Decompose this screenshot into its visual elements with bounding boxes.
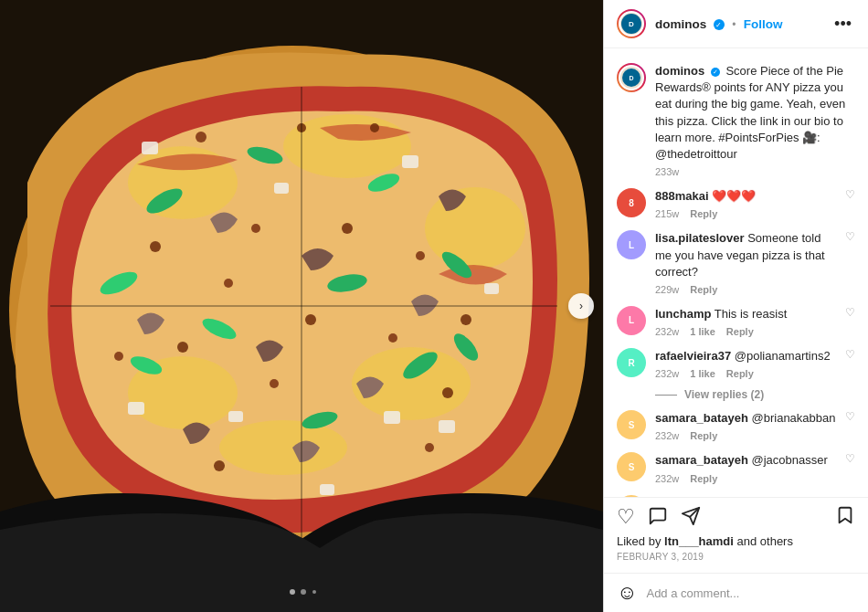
- comment-username[interactable]: lisa.pilateslover: [655, 231, 745, 245]
- svg-rect-19: [142, 142, 158, 154]
- comment-time: 232w: [655, 326, 679, 337]
- comment-avatar[interactable]: S: [617, 410, 646, 439]
- comment-username[interactable]: samara_batayeh: [655, 411, 748, 425]
- svg-point-40: [370, 123, 379, 132]
- svg-point-7: [219, 420, 347, 475]
- svg-point-44: [214, 460, 225, 471]
- header-username[interactable]: dominos: [655, 17, 706, 31]
- comment-item: 8 888makai ❤️❤️❤️ 215w Reply ♡: [604, 183, 868, 225]
- emoji-button[interactable]: ☺: [617, 581, 637, 605]
- svg-point-39: [251, 224, 260, 233]
- follow-button[interactable]: Follow: [744, 17, 783, 31]
- svg-point-38: [442, 387, 453, 398]
- comment-like-button[interactable]: ♡: [845, 348, 855, 361]
- comment-reply-button[interactable]: Reply: [690, 430, 717, 441]
- comment-item: R rafaelvieira37 @polianamartins2 232w 1…: [604, 343, 868, 385]
- comment-reply-button[interactable]: Reply: [690, 208, 717, 219]
- comment-avatar[interactable]: L: [617, 230, 646, 259]
- post-date: February 3, 2019: [617, 552, 855, 562]
- more-options-button[interactable]: •••: [831, 15, 855, 34]
- comments-list: 8 888makai ❤️❤️❤️ 215w Reply ♡ L lisa.pi…: [604, 183, 868, 497]
- svg-point-34: [177, 342, 188, 353]
- comment-time: 232w: [655, 368, 679, 379]
- profile-avatar[interactable]: D: [617, 9, 646, 38]
- comment-like-button[interactable]: ♡: [845, 410, 855, 423]
- comment-button[interactable]: [648, 506, 668, 529]
- verified-icon: [714, 19, 725, 30]
- caption-text: dominos ✓ Score Piece of the Pie Rewards…: [655, 63, 855, 163]
- comment-time: 229w: [655, 284, 679, 295]
- post-image: ›: [0, 0, 603, 612]
- svg-point-32: [460, 314, 471, 325]
- comment-avatar[interactable]: S: [617, 452, 646, 481]
- add-comment-bar: ☺: [604, 573, 868, 612]
- svg-point-29: [224, 279, 233, 288]
- svg-rect-22: [484, 283, 499, 294]
- svg-point-28: [150, 241, 161, 252]
- next-image-arrow[interactable]: ›: [568, 293, 594, 319]
- svg-rect-26: [320, 484, 334, 495]
- post-header: D dominos • Follow •••: [604, 0, 868, 48]
- comment-username[interactable]: 888makai: [655, 189, 709, 203]
- comment-text: lunchamp This is reasist: [655, 306, 836, 322]
- comment-like-button[interactable]: ♡: [845, 452, 855, 465]
- comment-item: L lunchamp This is reasist 232w 1 like R…: [604, 301, 868, 343]
- svg-rect-27: [439, 420, 455, 433]
- comment-username[interactable]: rafaelvieira37: [655, 349, 731, 363]
- svg-point-33: [270, 379, 279, 388]
- svg-point-30: [342, 223, 353, 234]
- caption-username[interactable]: dominos: [655, 64, 704, 78]
- comment-text: samara_batayeh @jacobnasser: [655, 452, 836, 469]
- comment-like-button[interactable]: ♡: [845, 306, 855, 319]
- actions-bar: ♡ Liked by ltn___hamdi and others F: [604, 497, 868, 573]
- comment-like-button[interactable]: ♡: [845, 188, 855, 201]
- comment-avatar[interactable]: L: [617, 306, 646, 335]
- comment-like-button[interactable]: ♡: [845, 230, 855, 243]
- svg-point-49: [312, 590, 316, 594]
- comment-username[interactable]: samara_batayeh: [655, 453, 748, 467]
- comment-text: lisa.pilateslover Someone told me you ha…: [655, 230, 836, 280]
- svg-rect-21: [402, 155, 418, 168]
- like-button[interactable]: ♡: [617, 507, 635, 527]
- svg-point-43: [425, 443, 434, 452]
- share-button[interactable]: [681, 506, 701, 529]
- caption-avatar[interactable]: D: [617, 63, 646, 92]
- comment-text: 888makai ❤️❤️❤️: [655, 188, 836, 205]
- comment-text: rafaelvieira37 @polianamartins2: [655, 348, 836, 364]
- comment-input[interactable]: [646, 586, 855, 600]
- post-caption: D dominos ✓ Score Piece of the Pie Rewar…: [604, 58, 868, 183]
- comment-reply-button[interactable]: Reply: [690, 473, 717, 484]
- comment-time: 232w: [655, 473, 679, 484]
- comment-avatar[interactable]: 8: [617, 188, 646, 217]
- comment-likes: 1 like: [690, 368, 715, 379]
- comment-item: S samara_batayeh @jacobnasser 232w Reply…: [604, 447, 868, 489]
- svg-point-35: [388, 333, 397, 343]
- svg-rect-25: [128, 402, 144, 415]
- svg-point-47: [290, 589, 295, 595]
- svg-point-36: [305, 314, 316, 325]
- svg-rect-24: [228, 411, 243, 422]
- svg-rect-20: [274, 183, 289, 194]
- comment-avatar[interactable]: R: [617, 348, 646, 377]
- comment-item: L lisa.pilateslover Someone told me you …: [604, 225, 868, 301]
- bookmark-button[interactable]: [835, 505, 855, 529]
- comment-username[interactable]: lunchamp: [655, 307, 711, 321]
- caption-body: Score Piece of the Pie Rewards® points f…: [655, 64, 845, 161]
- comment-reply-button[interactable]: Reply: [690, 284, 717, 295]
- comment-reply-button[interactable]: Reply: [726, 326, 754, 337]
- view-replies-button[interactable]: View replies (2): [604, 385, 868, 405]
- svg-point-48: [301, 589, 306, 595]
- liked-by: Liked by ltn___hamdi and others: [617, 534, 855, 548]
- verified-icon-caption: ✓: [711, 68, 720, 77]
- comment-likes: 1 like: [690, 326, 715, 337]
- svg-point-41: [196, 132, 206, 142]
- comment-time: 215w: [655, 208, 679, 219]
- comment-item: S samara_batayeh @dopeonaccident 232w Re…: [604, 490, 868, 497]
- comment-reply-button[interactable]: Reply: [726, 368, 754, 379]
- caption-time: 233w: [655, 166, 679, 177]
- svg-point-37: [114, 352, 123, 361]
- svg-point-31: [416, 251, 425, 260]
- comment-text: samara_batayeh @brianakabban: [655, 410, 836, 427]
- svg-rect-23: [384, 411, 400, 424]
- comments-section: D dominos ✓ Score Piece of the Pie Rewar…: [604, 48, 868, 497]
